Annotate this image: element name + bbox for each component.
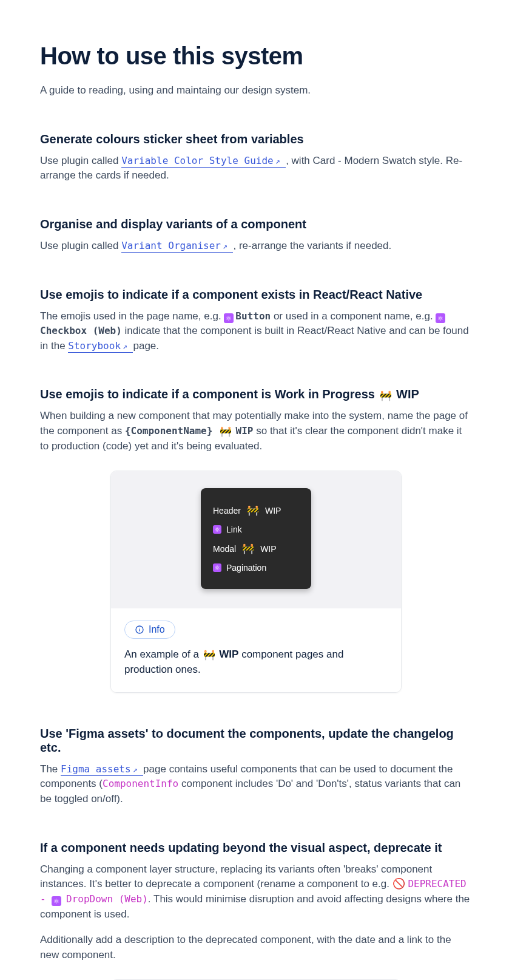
- section-body: The emojis used in the page name, e.g. B…: [40, 309, 472, 354]
- wip-icon: 🚧: [242, 543, 254, 554]
- figma-pages-menu: Header 🚧 WIP Link Modal 🚧 WIP: [201, 488, 311, 589]
- code-token: Checkbox (Web): [40, 325, 122, 336]
- svg-point-2: [139, 628, 140, 628]
- code-token: {ComponentName}: [125, 425, 213, 437]
- wip-icon: 🚧: [203, 650, 215, 660]
- section-organise-variants: Organise and display variants of a compo…: [40, 217, 472, 254]
- external-link-icon: ↗: [223, 242, 227, 251]
- menu-row-link: Link: [213, 520, 297, 539]
- section-figma-assets: Use 'Figma assets' to document the compo…: [40, 727, 472, 807]
- section-heading: If a component needs updating beyond the…: [40, 841, 472, 855]
- section-body: Use plugin called Variant Organiser↗ , r…: [40, 239, 472, 254]
- info-badge: Info: [124, 621, 175, 639]
- atom-icon: [213, 563, 221, 572]
- code-token: Button: [235, 310, 271, 322]
- example-card: Header 🚧 WIP Link Modal 🚧 WIP: [110, 471, 402, 692]
- wip-label: WIP: [265, 506, 281, 516]
- external-link-icon: ↗: [275, 157, 280, 166]
- atom-icon: [436, 313, 445, 323]
- wip-icon: 🚧: [220, 426, 232, 437]
- example-card-description: An example of a 🚧 WIP component pages an…: [124, 647, 388, 677]
- section-heading: Generate colours sticker sheet from vari…: [40, 132, 472, 146]
- code-token: DropDown (Web): [66, 893, 148, 905]
- section-body: When building a new component that may p…: [40, 409, 472, 454]
- example-card-preview: Header 🚧 WIP Link Modal 🚧 WIP: [111, 471, 401, 608]
- storybook-link[interactable]: Storybook↗: [68, 340, 133, 353]
- info-badge-label: Info: [149, 624, 165, 635]
- code-token: ComponentInfo: [103, 778, 178, 789]
- menu-label: Modal: [213, 544, 236, 554]
- plugin-link-colour-guide[interactable]: Variable Color Style Guide↗: [121, 155, 286, 168]
- menu-label: Pagination: [226, 563, 266, 573]
- menu-row-modal: Modal 🚧 WIP: [213, 539, 297, 559]
- section-heading: Use 'Figma assets' to document the compo…: [40, 727, 472, 755]
- section-deprecate: If a component needs updating beyond the…: [40, 841, 472, 980]
- section-body-2: Additionally add a description to the de…: [40, 933, 472, 962]
- menu-label: Link: [226, 525, 242, 534]
- section-heading: Use emojis to indicate if a component is…: [40, 387, 472, 401]
- example-card-body: Info An example of a 🚧 WIP component pag…: [111, 608, 401, 692]
- external-link-icon: ↗: [123, 342, 127, 351]
- section-generate-colours: Generate colours sticker sheet from vari…: [40, 132, 472, 183]
- figma-assets-link[interactable]: Figma assets↗: [61, 763, 143, 776]
- section-heading: Use emojis to indicate if a component ex…: [40, 288, 472, 302]
- section-heading: Organise and display variants of a compo…: [40, 217, 472, 231]
- section-body: Use plugin called Variable Color Style G…: [40, 154, 472, 183]
- wip-icon: 🚧: [380, 390, 392, 401]
- page-subtitle: A guide to reading, using and maintaing …: [40, 83, 472, 98]
- section-wip-emoji: Use emojis to indicate if a component is…: [40, 387, 472, 692]
- wip-icon: 🚧: [247, 505, 259, 516]
- section-react-emoji: Use emojis to indicate if a component ex…: [40, 288, 472, 354]
- section-body: Changing a component layer structure, re…: [40, 862, 472, 922]
- menu-row-header: Header 🚧 WIP: [213, 500, 297, 520]
- atom-icon: [213, 525, 221, 534]
- wip-label: WIP: [260, 544, 276, 554]
- menu-label: Header: [213, 506, 241, 516]
- section-body: The Figma assets↗ page contains useful c…: [40, 762, 472, 807]
- no-entry-icon: 🚫: [392, 878, 405, 890]
- menu-row-pagination: Pagination: [213, 559, 297, 577]
- page-title: How to use this system: [40, 43, 472, 70]
- info-icon: [135, 625, 144, 635]
- plugin-link-variant-organiser[interactable]: Variant Organiser↗: [121, 240, 233, 253]
- atom-icon: [224, 313, 234, 323]
- external-link-icon: ↗: [133, 765, 138, 774]
- atom-icon: [52, 896, 61, 906]
- code-token: WIP: [236, 425, 254, 437]
